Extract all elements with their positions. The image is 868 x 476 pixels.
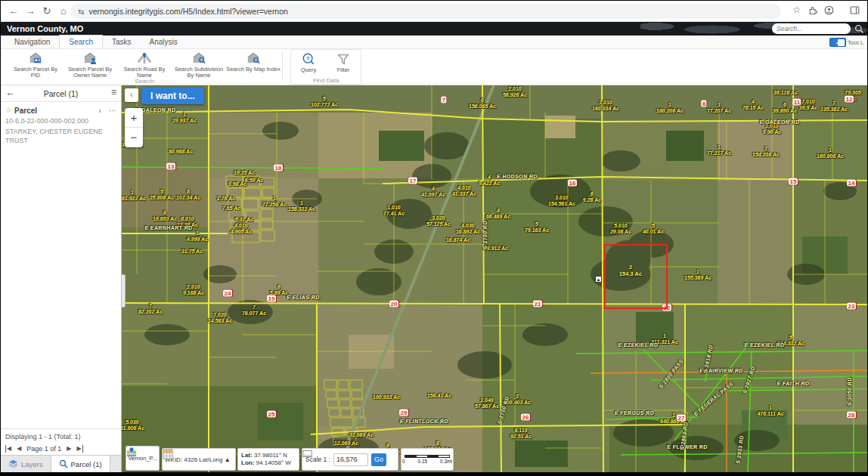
scale-ratio-icon bbox=[302, 449, 312, 459]
zoom-in-button[interactable]: + bbox=[125, 108, 143, 128]
search-icon[interactable] bbox=[854, 23, 864, 36]
prev-page-icon[interactable]: ◀ bbox=[17, 445, 21, 453]
group-separator bbox=[282, 52, 283, 82]
map-marker-icon: ▲ bbox=[595, 276, 602, 283]
last-page-icon[interactable]: ▶ bbox=[77, 445, 83, 453]
tab-tasks[interactable]: Tasks bbox=[103, 36, 141, 48]
basemap-button[interactable]: Vernon_P... bbox=[126, 446, 160, 471]
scale-input[interactable] bbox=[333, 453, 368, 466]
results-panel: ← Parcel (1) ≡ ☆ Parcel › ⋯ 10-5.0-22-00… bbox=[1, 85, 122, 472]
tool-label: Search Subdivision By Name bbox=[172, 66, 226, 79]
site-info-icon[interactable]: ⇆ bbox=[78, 8, 84, 16]
scalebar-mid: 0.15 bbox=[418, 459, 428, 464]
more-options-icon[interactable]: ⋯ bbox=[109, 107, 116, 115]
i-want-to-button[interactable]: I want to... bbox=[141, 88, 204, 104]
toolbar-group-search: Search Parcel By PIDSearch Parcel By Own… bbox=[8, 49, 281, 85]
tab-search[interactable]: Search bbox=[59, 35, 103, 48]
reload-icon[interactable]: ↻ bbox=[40, 5, 54, 18]
panel-back-icon[interactable]: ← bbox=[5, 87, 15, 98]
scalebar-end: 0.3mi bbox=[440, 459, 452, 464]
panel-tab-bar: LayersParcel (1) bbox=[1, 455, 121, 472]
scalebar-start: 0 bbox=[402, 459, 405, 464]
tool-label: Filter bbox=[337, 67, 350, 73]
tool-labels-toggle-label: Tool L bbox=[848, 39, 867, 46]
house-person-icon bbox=[82, 51, 98, 65]
chevron-right-icon[interactable]: › bbox=[98, 106, 101, 115]
side-panel-icon[interactable] bbox=[850, 5, 860, 18]
house-id-icon bbox=[28, 51, 43, 65]
map-imagery bbox=[122, 85, 867, 472]
lon-value: 94.14058° W bbox=[256, 459, 291, 466]
result-list: ☆ Parcel › ⋯ 10-5.0-22-000-000-002.000 S… bbox=[1, 102, 121, 428]
result-layer-name: Parcel bbox=[14, 107, 95, 115]
coordinate-grid-icon bbox=[163, 449, 173, 459]
tool-search-road-by-name[interactable]: Search Road By Name bbox=[117, 49, 172, 78]
result-owner: STARKEY, CHESTER EUGENE TRUST bbox=[5, 127, 116, 145]
url-text: vernongis.integritygis.com/H5/Index.html… bbox=[88, 7, 288, 16]
tool-search-parcel-by-owner-name[interactable]: Search Parcel By Owner Name bbox=[63, 49, 117, 78]
favorite-star-icon[interactable]: ☆ bbox=[5, 107, 11, 114]
forward-icon[interactable]: → bbox=[23, 5, 37, 18]
map-viewport[interactable]: 1 640 Ac5 102.772 Ac6 156.065 Ac2.010 58… bbox=[122, 85, 867, 472]
profile-icon[interactable] bbox=[824, 5, 834, 18]
address-bar[interactable]: ⇆ vernongis.integritygis.com/H5/Index.ht… bbox=[70, 4, 781, 19]
first-page-icon[interactable]: ◀ bbox=[5, 445, 11, 453]
scalebar-graphic bbox=[405, 455, 450, 458]
result-parcel-id: 10-5.0-22-000-000-002.000 bbox=[5, 116, 116, 125]
tool-query[interactable]: ?Query bbox=[291, 50, 326, 77]
panel-tab-parcel-1-[interactable]: Parcel (1) bbox=[51, 456, 110, 472]
lon-label: Lon: bbox=[241, 459, 254, 466]
back-icon[interactable]: ← bbox=[7, 5, 20, 18]
browser-toolbar: ← → ↻ ⌂ ⇆ vernongis.integritygis.com/H5/… bbox=[1, 1, 867, 22]
query-icon: ? bbox=[302, 52, 315, 66]
global-search-input[interactable] bbox=[772, 23, 851, 34]
panel-resize-handle[interactable] bbox=[122, 274, 126, 308]
group-label-search: Search bbox=[8, 78, 281, 85]
svg-text:?: ? bbox=[306, 55, 310, 62]
displaying-text: Displaying 1 - 1 (Total: 1) bbox=[5, 433, 116, 440]
toolbar-group-find-data: ?QueryFilterFind Data bbox=[290, 49, 361, 85]
tab-navigation[interactable]: Navigation bbox=[5, 36, 59, 48]
ribbon-tab-row: Navigation Search Tasks Analysis ✓ Tool … bbox=[1, 36, 867, 49]
coordinate-system-selector[interactable]: WKID: 4326 Lat/Long ▲ bbox=[162, 448, 236, 471]
tool-search-by-map-index[interactable]: Search By Map Index bbox=[226, 49, 281, 78]
result-item[interactable]: ☆ Parcel › ⋯ bbox=[5, 106, 116, 115]
extensions-icon[interactable] bbox=[808, 5, 817, 18]
tool-search-parcel-by-pid[interactable]: Search Parcel By PID bbox=[8, 49, 63, 78]
map-pin-icon bbox=[126, 447, 137, 457]
bookmark-star-icon[interactable]: ☆ bbox=[792, 5, 801, 15]
pagination: ◀ ◀ Page 1 of 1 ▶ ▶ bbox=[5, 445, 116, 453]
ribbon-toolbar: Search Parcel By PIDSearch Parcel By Own… bbox=[1, 49, 867, 85]
browser-window: ← → ↻ ⌂ ⇆ vernongis.integritygis.com/H5/… bbox=[1, 1, 867, 472]
next-page-icon[interactable]: ▶ bbox=[67, 445, 71, 453]
tool-label: Search Parcel By Owner Name bbox=[63, 66, 117, 79]
magnifier-icon bbox=[59, 459, 68, 470]
home-icon[interactable]: ⌂ bbox=[57, 5, 70, 18]
lat-value: 37.98011° N bbox=[254, 452, 287, 459]
house-search-icon bbox=[246, 51, 261, 65]
panel-tab-layers[interactable]: Layers bbox=[1, 456, 51, 472]
tool-label: Query bbox=[301, 67, 316, 73]
tab-analysis[interactable]: Analysis bbox=[141, 36, 187, 48]
group-label-find-data: Find Data bbox=[291, 77, 361, 84]
zoom-out-button[interactable]: − bbox=[125, 128, 143, 147]
panel-title: Parcel (1) bbox=[1, 85, 121, 102]
go-button[interactable]: Go bbox=[371, 453, 386, 466]
panel-menu-icon[interactable]: ≡ bbox=[111, 87, 116, 97]
tool-filter[interactable]: Filter bbox=[326, 50, 361, 77]
panel-footer: Displaying 1 - 1 (Total: 1) ◀ ◀ Page 1 o… bbox=[1, 428, 121, 455]
house-search-icon bbox=[191, 51, 206, 65]
wkid-label: WKID: 4326 Lat/Long ▲ bbox=[165, 456, 231, 463]
scale-widget: Scale 1 : Go bbox=[302, 448, 398, 471]
tool-search-subdivision-by-name[interactable]: Search Subdivision By Name bbox=[172, 49, 226, 78]
tool-label: Search Road By Name bbox=[117, 66, 172, 79]
panel-header: ← Parcel (1) ≡ bbox=[1, 85, 121, 102]
road-pin-icon bbox=[137, 51, 152, 65]
panel-collapse-button[interactable]: ‹ bbox=[125, 88, 138, 102]
cursor-coordinates: Lat: 37.98011° N Lon: 94.14058° W bbox=[237, 448, 299, 471]
layers-icon bbox=[8, 459, 18, 469]
lat-label: Lat: bbox=[241, 452, 253, 459]
app-title: Vernon County, MO bbox=[7, 22, 83, 36]
page-info: Page 1 of 1 bbox=[26, 445, 61, 453]
tool-labels-toggle[interactable]: ✓ bbox=[829, 38, 846, 47]
